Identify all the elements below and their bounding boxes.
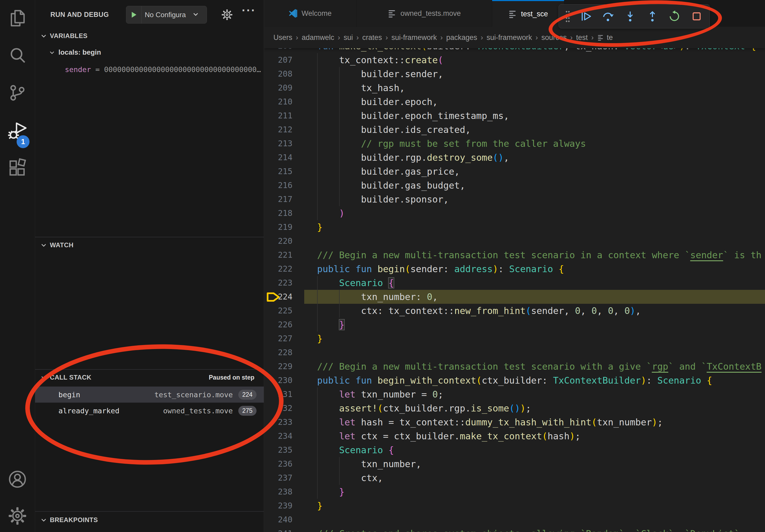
line-number[interactable]: 210 <box>264 95 293 109</box>
code-text[interactable]: let txn_number = 0; <box>317 387 443 401</box>
breakpoints-section-header[interactable]: BREAKPOINTS <box>35 512 264 528</box>
breadcrumb-item[interactable]: sources <box>541 34 567 42</box>
line-number[interactable]: 221 <box>264 248 293 262</box>
code-text[interactable]: builder.rgp.destroy_some(), <box>317 150 509 164</box>
code-text[interactable]: builder.ids_created, <box>317 123 471 136</box>
code-text[interactable]: let hash = tx_context::dummy_tx_hash_wit… <box>317 415 663 429</box>
code-text[interactable]: Scenario { <box>317 276 394 290</box>
line-number[interactable]: 215 <box>264 164 293 178</box>
code-text[interactable]: builder.epoch, <box>317 95 438 109</box>
restart-button[interactable] <box>666 7 683 26</box>
line-number[interactable]: 237 <box>264 471 293 485</box>
breadcrumb-item[interactable]: sui <box>344 34 353 42</box>
line-number[interactable]: 239 <box>264 499 293 513</box>
breadcrumb-item[interactable]: Users <box>274 34 293 42</box>
line-number[interactable]: 219 <box>264 220 293 234</box>
line-number[interactable]: 207 <box>264 53 293 67</box>
chevron-down-icon[interactable] <box>192 11 199 19</box>
activity-bar-item-account[interactable] <box>8 470 27 489</box>
call-stack-frame[interactable]: already_markedowned_tests.move275 <box>35 402 264 419</box>
code-text[interactable]: builder.epoch_timestamp_ms, <box>317 109 509 123</box>
code-text[interactable]: builder.gas_price, <box>317 164 460 178</box>
debug-start-icon[interactable] <box>126 6 142 23</box>
code-editor[interactable]: 206fun make_tx_context(builder: TxContex… <box>264 0 765 532</box>
line-number[interactable]: 233 <box>264 415 293 429</box>
variable-row[interactable]: sender = 0000000000000000000000000000000… <box>65 65 263 74</box>
breadcrumb-item[interactable]: packages <box>446 34 477 42</box>
code-text[interactable]: /// Creates and shares system objects, a… <box>317 527 740 532</box>
code-text[interactable]: assert!(ctx_builder.rgp.is_some()); <box>317 401 531 415</box>
code-text[interactable]: } <box>317 332 323 346</box>
activity-bar-item-source-control[interactable] <box>8 83 27 102</box>
call-stack-section-header[interactable]: CALL STACK Paused on step <box>35 370 264 385</box>
line-number[interactable]: 208 <box>264 67 293 81</box>
line-number[interactable]: 222 <box>264 262 293 276</box>
editor-tab-test-sce[interactable]: test_sce <box>492 0 564 27</box>
chevron-down-icon[interactable] <box>49 49 55 56</box>
line-number[interactable]: 218 <box>264 206 293 220</box>
activity-bar-item-explorer[interactable] <box>8 9 27 28</box>
step-into-button[interactable] <box>622 7 639 26</box>
code-text[interactable]: /// Begin a new multi-transaction test s… <box>317 360 762 374</box>
activity-bar-item-settings[interactable] <box>8 506 27 526</box>
line-number[interactable]: 214 <box>264 150 293 164</box>
breadcrumb-item[interactable]: sui-framework <box>391 34 437 42</box>
code-text[interactable]: txn_number: 0, <box>317 290 438 304</box>
line-number[interactable]: 209 <box>264 81 293 95</box>
line-number[interactable]: 228 <box>264 346 293 360</box>
line-number[interactable]: 227 <box>264 332 293 346</box>
line-number[interactable]: 212 <box>264 123 293 136</box>
code-text[interactable]: let ctx = ctx_builder.make_tx_context(ha… <box>317 429 581 443</box>
breadcrumb-item[interactable]: sui-framework <box>486 34 532 42</box>
code-text[interactable]: Scenario { <box>317 443 394 457</box>
line-number[interactable]: 231 <box>264 387 293 401</box>
toolbar-gripper-icon[interactable] <box>563 7 572 26</box>
line-number[interactable]: 234 <box>264 429 293 443</box>
breadcrumb-item[interactable]: test <box>576 34 588 42</box>
line-number[interactable]: 236 <box>264 457 293 471</box>
code-text[interactable]: public fun begin(sender: address): Scena… <box>317 262 564 276</box>
line-number[interactable]: 230 <box>264 374 293 387</box>
line-number[interactable]: 213 <box>264 136 293 150</box>
code-text[interactable]: ctx, <box>317 471 383 485</box>
line-number[interactable]: 232 <box>264 401 293 415</box>
line-number[interactable]: 240 <box>264 513 293 527</box>
line-number[interactable]: 225 <box>264 304 293 318</box>
line-number[interactable]: 238 <box>264 485 293 499</box>
code-text[interactable]: builder.sponsor, <box>317 192 449 206</box>
code-text[interactable]: ctx: tx_context::new_from_hint(sender, 0… <box>317 304 641 318</box>
line-number[interactable]: 241 <box>264 527 293 532</box>
debug-configuration-label[interactable]: No Configura <box>145 11 192 19</box>
code-text[interactable]: /// Begin a new multi-transaction test s… <box>317 248 762 262</box>
watch-section-header[interactable]: WATCH <box>35 237 264 253</box>
editor-tab-owned-tests-move[interactable]: owned_tests.move <box>357 0 492 27</box>
editor-tab-welcome[interactable]: Welcome <box>264 0 357 27</box>
code-text[interactable]: txn_number, <box>317 457 421 471</box>
line-number[interactable]: 235 <box>264 443 293 457</box>
debug-settings-gear-icon[interactable] <box>221 9 233 21</box>
code-text[interactable]: ) <box>317 206 345 220</box>
debug-configuration-dropdown[interactable]: No Configura <box>126 6 207 24</box>
activity-bar-item-search[interactable] <box>8 46 27 65</box>
breadcrumb-item[interactable]: adamwelc <box>302 34 335 42</box>
line-number[interactable]: 216 <box>264 178 293 192</box>
stop-button[interactable] <box>688 7 705 26</box>
code-text[interactable]: tx_hash, <box>317 81 405 95</box>
code-text[interactable]: builder.sender, <box>317 67 443 81</box>
more-actions-icon[interactable]: ··· <box>242 4 256 17</box>
code-text[interactable]: } <box>317 318 345 332</box>
line-number[interactable]: 226 <box>264 318 293 332</box>
code-text[interactable]: } <box>317 220 323 234</box>
breadcrumb-item[interactable]: crates <box>363 34 382 42</box>
code-text[interactable]: tx_context::create( <box>317 53 443 67</box>
code-text[interactable]: } <box>317 499 323 513</box>
activity-bar-item-extensions[interactable] <box>8 158 27 177</box>
step-out-button[interactable] <box>644 7 661 26</box>
code-text[interactable]: builder.gas_budget, <box>317 178 465 192</box>
step-over-button[interactable] <box>599 7 616 26</box>
line-number[interactable]: 217 <box>264 192 293 206</box>
line-number[interactable]: 223 <box>264 276 293 290</box>
code-text[interactable]: public fun begin_with_context(ctx_builde… <box>317 374 712 387</box>
line-number[interactable]: 211 <box>264 109 293 123</box>
variables-section-header[interactable]: VARIABLES <box>35 28 264 44</box>
